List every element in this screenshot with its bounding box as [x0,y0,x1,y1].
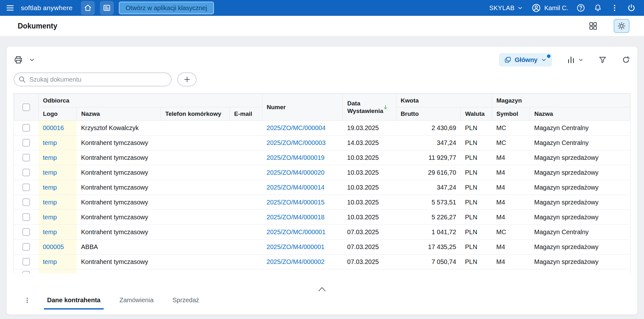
search-input[interactable] [14,72,172,86]
table-row[interactable]: temp Kontrahent tymczasowy 2025/ZO/MC/00… [14,135,630,150]
chart-dropdown-icon[interactable] [578,57,584,63]
table-row[interactable]: 000016 Krzysztof Kowalczyk 2025/ZO/MC/00… [14,121,630,135]
col-header-symbol[interactable]: Symbol [492,107,530,121]
table-row[interactable]: temp Kontrahent tymczasowy 2025/ZO/M4/00… [14,180,630,195]
row-checkbox[interactable] [22,124,30,132]
col-header-brutto[interactable]: Brutto [396,107,461,121]
row-checkbox[interactable] [22,139,30,147]
logo-link[interactable]: temp [39,254,77,269]
view-selector[interactable]: Główny [499,53,552,66]
cell-data-wystawienia: 19.03.2025 [343,121,396,135]
row-checkbox-cell [14,254,39,269]
row-checkbox[interactable] [22,184,30,191]
numer-link[interactable]: 2025/ZO/M4/000018 [262,210,343,225]
open-classic-app-button[interactable]: Otwórz w aplikacji klasycznej [119,2,214,14]
numer-link[interactable]: 2025/ZO/MC/000003 [262,135,343,150]
cell-telefon [161,180,230,195]
cell-magazyn-nazwa: Magazyn sprzedażowy [530,150,630,165]
col-group-magazyn[interactable]: Magazyn [492,94,630,107]
table-row[interactable]: temp Kontrahent tymczasowy 2025/ZO/MC/00… [14,225,630,240]
print-dropdown-icon[interactable] [29,57,35,63]
filter-icon[interactable] [598,55,607,64]
row-checkbox[interactable] [22,169,30,176]
power-icon[interactable] [627,3,636,12]
cell-waluta: PLN [461,240,492,254]
row-checkbox[interactable] [22,154,30,161]
print-icon[interactable] [14,55,23,65]
row-checkbox[interactable] [22,258,30,266]
row-checkbox-cell [14,180,39,195]
menu-icon[interactable] [6,3,15,12]
numer-link[interactable]: 2025/ZO/MC/000004 [262,121,343,135]
col-header-nazwa[interactable]: Nazwa [77,107,161,121]
tab-sprzedaz[interactable]: Sprzedaż [169,297,203,310]
add-icon[interactable] [177,72,197,86]
page-title: Dokumenty [18,22,57,30]
chart-icon[interactable] [567,55,575,64]
theme-icon[interactable] [614,19,629,33]
col-group-odbiorca[interactable]: Odbiorca [39,94,262,107]
table-row[interactable]: temp Kontrahent tymczasowy 2025/ZO/M4/00… [14,165,630,180]
col-header-logo[interactable]: Logo [39,107,77,121]
col-header-magazyn-nazwa[interactable]: Nazwa [530,107,630,121]
cell-telefon [161,195,230,210]
collapse-icon[interactable] [317,285,327,292]
row-checkbox[interactable] [22,198,30,206]
col-header-numer[interactable]: Numer [262,94,343,121]
help-icon[interactable] [576,3,585,12]
logo-link[interactable]: temp [39,225,77,240]
cell-magazyn-nazwa: Magazyn sprzedażowy [530,254,630,269]
notifications-icon[interactable] [593,3,602,12]
documents-card: Główny [7,47,637,315]
row-checkbox[interactable] [22,213,30,221]
numer-link[interactable]: 2025/ZO/M4/000019 [262,150,343,165]
cell-nazwa: Kontrahent tymczasowy [77,165,161,180]
numer-link[interactable]: 2025/ZO/M4/000015 [262,195,343,210]
row-checkbox-cell [14,150,39,165]
row-checkbox-cell [14,240,39,254]
cell-telefon [161,254,230,269]
more-icon[interactable] [611,4,619,12]
cell-email [230,254,262,269]
logo-link[interactable]: temp [39,210,77,225]
table-row[interactable]: temp Kontrahent tymczasowy 2025/ZO/M4/00… [14,254,630,269]
chevron-down-icon [517,5,523,11]
logo-link[interactable]: temp [39,180,77,195]
tab-zamowienia[interactable]: Zamówienia [116,297,157,310]
col-header-waluta[interactable]: Waluta [461,107,492,121]
row-checkbox[interactable] [22,228,30,236]
company-selector[interactable]: SKYLAB [489,4,523,12]
layout-icon[interactable] [588,21,598,31]
table-row[interactable]: 000005 ABBA 2025/ZO/M4/000001 07.03.2025… [14,240,630,254]
col-group-kwota[interactable]: Kwota [396,94,492,107]
table-row[interactable]: temp Kontrahent tymczasowy 2025/ZO/M4/00… [14,150,630,165]
cell-telefon [161,225,230,240]
tab-dane-kontrahenta[interactable]: Dane kontrahenta [44,297,104,310]
table-row[interactable]: temp Kontrahent tymczasowy 2025/ZO/M4/00… [14,210,630,225]
cell-data-wystawienia: 10.03.2025 [343,165,396,180]
refresh-icon[interactable] [622,55,630,64]
logo-link[interactable]: temp [39,150,77,165]
numer-link[interactable]: 2025/ZO/M4/000014 [262,180,343,195]
logo-link[interactable]: temp [39,135,77,150]
col-header-data-wystawienia[interactable]: Data Wystawienia [343,94,396,121]
table-row[interactable]: temp Kontrahent tymczasowy 2025/ZO/M4/00… [14,195,630,210]
col-header-email[interactable]: E-mail [230,107,262,121]
logo-link[interactable]: temp [39,165,77,180]
logo-link[interactable]: 000005 [39,240,77,254]
numer-link[interactable]: 2025/ZO/M4/000001 [262,240,343,254]
logo-link[interactable]: temp [39,195,77,210]
numer-link[interactable]: 2025/ZO/MC/000001 [262,225,343,240]
logo-link[interactable]: 000016 [39,121,77,135]
home-icon[interactable] [81,1,95,15]
tabs-more-icon[interactable] [24,296,31,304]
numer-link[interactable]: 2025/ZO/M4/000020 [262,165,343,180]
numer-link[interactable]: 2025/ZO/M4/000002 [262,254,343,269]
news-icon[interactable] [100,1,114,15]
row-checkbox[interactable] [22,243,30,251]
select-all-checkbox[interactable] [22,103,30,111]
cell-data-wystawienia: 07.03.2025 [343,240,396,254]
user-menu[interactable]: Kamil C. [532,3,568,13]
cell-nazwa: ABBA [77,240,161,254]
col-header-telefon[interactable]: Telefon komórkowy [161,107,230,121]
